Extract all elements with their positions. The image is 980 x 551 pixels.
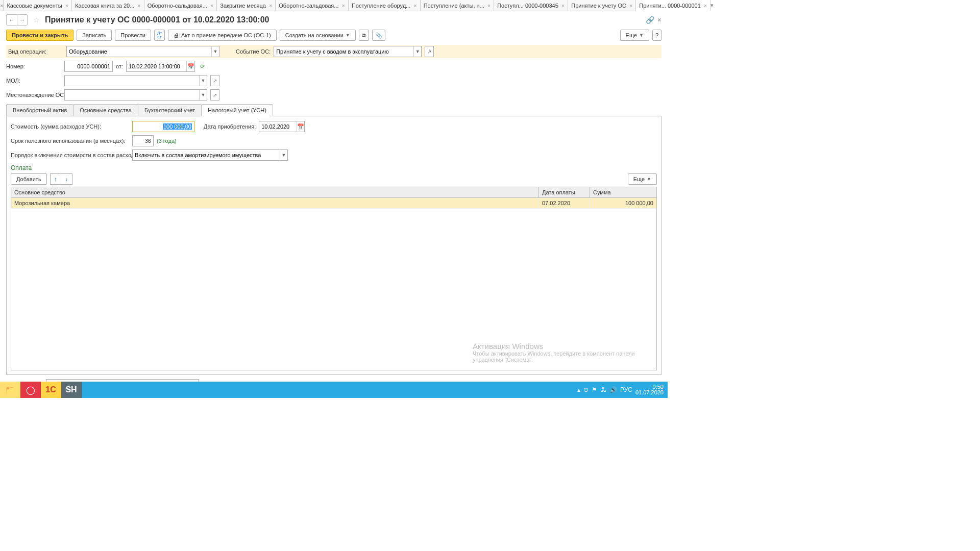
close-icon[interactable]: × (413, 3, 416, 9)
add-row-button[interactable]: Добавить (11, 173, 47, 185)
tab-7[interactable]: Поступл... 0000-000345× (494, 0, 568, 11)
tabs-overflow-icon[interactable]: ▾ (710, 0, 714, 11)
number-input[interactable] (65, 61, 112, 71)
inner-tab-asset[interactable]: Внеоборотный актив (6, 104, 74, 116)
payment-grid[interactable]: Основное средство Дата оплаты Сумма Моро… (11, 187, 657, 370)
attachments-button[interactable]: 📎 (372, 30, 385, 41)
col-asset[interactable]: Основное средство (11, 187, 539, 197)
open-ref-button[interactable]: ↗ (210, 89, 219, 101)
inner-tab-accounting[interactable]: Бухгалтерский учет (138, 104, 202, 116)
refresh-icon[interactable]: ⟳ (198, 62, 207, 71)
inner-tab-fixedassets[interactable]: Основные средства (73, 104, 138, 116)
close-icon[interactable]: × (65, 3, 68, 9)
number-field[interactable] (64, 61, 113, 72)
page-title: Принятие к учету ОС 0000-000001 от 10.02… (45, 15, 269, 24)
tab-6[interactable]: Поступление (акты, н...× (421, 0, 495, 11)
system-tray: ▴ ⊙ ⚑ 🖧 🔊 РУС 9:50 01.07.2020 (573, 382, 668, 398)
tab-3[interactable]: Закрытие месяца× (217, 0, 276, 11)
location-select[interactable]: ▼ (64, 89, 207, 101)
tray-volume-icon[interactable]: 🔊 (609, 386, 617, 393)
useful-life-input[interactable]: 36 (132, 135, 154, 146)
open-ref-button[interactable]: ↗ (210, 75, 219, 86)
op-type-input[interactable] (67, 46, 211, 57)
cell-asset[interactable]: Морозильная камера (11, 198, 539, 208)
cell-sum[interactable]: 100 000,00 (590, 198, 656, 208)
close-icon[interactable]: × (137, 3, 140, 9)
close-icon[interactable]: × (561, 3, 565, 9)
link-icon[interactable]: 🔗 (646, 16, 654, 24)
useful-life-value: 36 (145, 138, 151, 144)
tray-show-hidden-icon[interactable]: ▴ (577, 386, 580, 393)
chevron-down-icon[interactable]: ▼ (280, 150, 287, 160)
tab-1[interactable]: Кассовая книга за 20...× (72, 0, 144, 11)
structure-button[interactable]: ⧉ (359, 30, 369, 41)
close-icon[interactable]: × (704, 3, 707, 9)
close-icon[interactable]: × (657, 16, 662, 24)
op-type-select[interactable]: ▼ (66, 46, 219, 57)
mol-input[interactable] (65, 76, 199, 86)
back-button[interactable]: ← (7, 15, 17, 25)
acq-date-input[interactable] (259, 121, 297, 132)
tab-label: Принятие к учету ОС (571, 3, 626, 9)
tray-language[interactable]: РУС (620, 386, 632, 393)
onec-taskbar-icon[interactable]: 1C (41, 382, 61, 398)
tab-5[interactable]: Поступление оборуд...× (349, 0, 421, 11)
print-act-button[interactable]: Акт о приеме-передаче ОС (ОС-1) (168, 30, 277, 41)
location-input[interactable] (65, 90, 199, 100)
cell-date[interactable]: 07.02.2020 (539, 198, 590, 208)
close-icon[interactable]: × (269, 3, 272, 9)
forward-button[interactable]: → (17, 15, 27, 25)
tray-network-icon[interactable]: 🖧 (600, 386, 606, 393)
calendar-icon[interactable]: 📅 (297, 121, 304, 132)
chevron-down-icon[interactable]: ▼ (211, 46, 219, 57)
mol-select[interactable]: ▼ (64, 75, 207, 86)
event-select[interactable]: ▼ (274, 46, 422, 57)
create-based-button[interactable]: Создать на основании▼ (280, 30, 356, 41)
dtkt-button[interactable]: Дт Кт (154, 30, 165, 41)
move-down-button[interactable]: ↓ (61, 173, 72, 185)
chevron-down-icon[interactable]: ▼ (413, 46, 421, 57)
acq-date-field[interactable]: 📅 (259, 121, 305, 132)
tab-0[interactable]: Кассовые документы× (4, 0, 72, 11)
col-sum[interactable]: Сумма (590, 187, 656, 197)
tab-label: Закрытие месяца (220, 3, 266, 9)
move-up-button[interactable]: ↑ (50, 173, 61, 185)
inclusion-select[interactable]: ▼ (132, 149, 288, 161)
col-date[interactable]: Дата оплаты (539, 187, 590, 197)
opera-taskbar-icon[interactable]: ◯ (20, 382, 41, 398)
tray-clock[interactable]: 9:50 01.07.2020 (635, 384, 664, 395)
post-button[interactable]: Провести (115, 30, 151, 41)
tab-9[interactable]: Приняти... 0000-000001× (636, 0, 710, 11)
chevron-down-icon[interactable]: ▼ (199, 76, 207, 86)
tab-4[interactable]: Оборотно-сальдовая...× (276, 0, 349, 11)
close-icon[interactable]: × (487, 3, 491, 9)
inclusion-input[interactable] (133, 150, 280, 160)
chevron-down-icon[interactable]: ▼ (199, 90, 207, 100)
close-icon[interactable]: × (341, 3, 345, 9)
tab-8[interactable]: Принятие к учету ОС× (568, 0, 636, 11)
date-field[interactable]: 📅 (126, 61, 195, 72)
tray-action-center-icon[interactable]: ⊙ (583, 386, 589, 393)
calendar-icon[interactable]: 📅 (186, 61, 194, 71)
explorer-taskbar-icon[interactable]: 📁 (0, 382, 20, 398)
tab-2[interactable]: Оборотно-сальдовая...× (144, 0, 217, 11)
favorite-star-icon[interactable]: ☆ (32, 15, 41, 24)
tray-flag-icon[interactable]: ⚑ (592, 386, 597, 393)
write-button[interactable]: Записать (77, 30, 112, 41)
cost-input[interactable]: 100 000,00 (132, 121, 194, 132)
post-and-close-button[interactable]: Провести и закрыть (6, 30, 74, 41)
inner-tab-tax-usn[interactable]: Налоговый учет (УСН) (201, 104, 273, 116)
useful-life-hint: (3 года) (157, 138, 177, 144)
open-ref-button[interactable]: ↗ (425, 46, 434, 57)
help-button[interactable]: ? (652, 30, 662, 41)
payment-more-button[interactable]: Еще▼ (628, 173, 657, 185)
close-icon[interactable]: × (629, 3, 632, 9)
sh-taskbar-icon[interactable]: SH (61, 382, 82, 398)
date-input[interactable] (127, 61, 186, 71)
table-row[interactable]: Морозильная камера 07.02.2020 100 000,00 (11, 198, 656, 209)
tab-label: Приняти... 0000-000001 (639, 3, 700, 9)
more-button[interactable]: Еще▼ (620, 30, 649, 41)
event-input[interactable] (274, 46, 413, 57)
close-left-icon[interactable]: × (0, 0, 4, 11)
close-icon[interactable]: × (210, 3, 213, 9)
